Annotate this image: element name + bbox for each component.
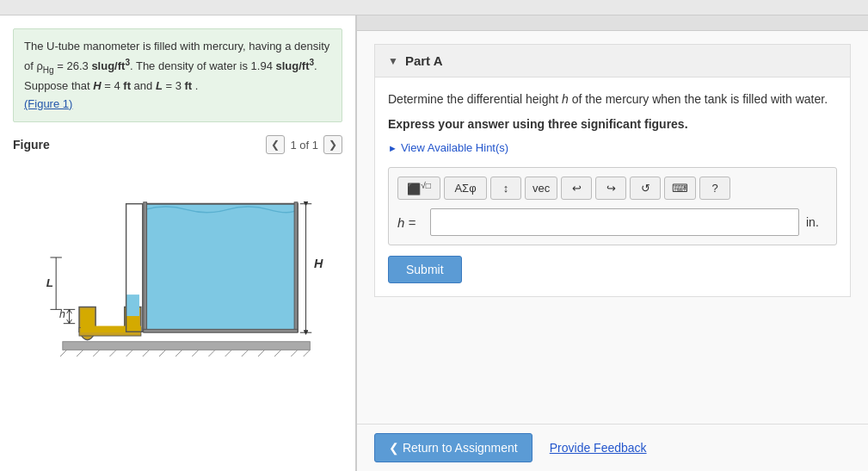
matrix-button[interactable]: ⬛√□ bbox=[397, 177, 440, 200]
redo-button[interactable]: ↪ bbox=[595, 177, 626, 200]
unit-label: in. bbox=[806, 215, 828, 229]
provide-feedback-button[interactable]: Provide Feedback bbox=[550, 441, 647, 455]
hint-arrow-icon: ► bbox=[388, 143, 397, 153]
svg-rect-2 bbox=[143, 202, 146, 332]
figure-container: H L h bbox=[4, 158, 351, 471]
right-content: ▼ Part A Determine the differential heig… bbox=[357, 31, 868, 424]
part-a-body: Determine the differential height h of t… bbox=[375, 77, 850, 296]
left-panel: The U-tube manometer is filled with merc… bbox=[0, 15, 357, 471]
help-icon: ? bbox=[712, 182, 718, 195]
undo-icon: ↩ bbox=[572, 182, 582, 195]
vec-button[interactable]: vec bbox=[525, 177, 557, 200]
part-a-title: Part A bbox=[405, 53, 443, 68]
figure-nav: ❮ 1 of 1 ❯ bbox=[266, 135, 342, 154]
part-section-a: ▼ Part A Determine the differential heig… bbox=[374, 44, 851, 297]
vec-label: vec bbox=[532, 182, 550, 195]
problem-text: The U-tube manometer is filled with merc… bbox=[13, 28, 342, 122]
figure-image: H L h bbox=[32, 158, 324, 356]
main-content: The U-tube manometer is filled with merc… bbox=[0, 15, 868, 471]
matrix-icon: ⬛√□ bbox=[407, 181, 431, 195]
right-top-bar bbox=[357, 15, 868, 31]
refresh-button[interactable]: ↺ bbox=[630, 177, 661, 200]
svg-rect-1 bbox=[145, 204, 297, 332]
manometer-drawing: H L h bbox=[32, 158, 324, 356]
arrows-button[interactable]: ↕ bbox=[490, 177, 521, 200]
help-button[interactable]: ? bbox=[699, 177, 730, 200]
keyboard-button[interactable]: ⌨ bbox=[664, 177, 696, 200]
return-to-assignment-button[interactable]: ❮ Return to Assignment bbox=[374, 433, 532, 462]
figure-header: Figure ❮ 1 of 1 ❯ bbox=[4, 131, 351, 158]
top-bar bbox=[0, 0, 868, 15]
refresh-icon: ↺ bbox=[641, 182, 650, 195]
svg-rect-3 bbox=[294, 202, 298, 332]
figure-link[interactable]: (Figure 1) bbox=[24, 97, 72, 110]
answer-input[interactable] bbox=[430, 208, 799, 236]
bottom-bar: ❮ Return to Assignment Provide Feedback bbox=[357, 424, 868, 471]
symbols-button[interactable]: ΑΣφ bbox=[444, 177, 487, 200]
figure-title: Figure bbox=[13, 138, 50, 152]
submit-button[interactable]: Submit bbox=[388, 256, 462, 283]
keyboard-icon: ⌨ bbox=[672, 182, 688, 195]
next-figure-button[interactable]: ❯ bbox=[323, 135, 342, 154]
figure-section: Figure ❮ 1 of 1 ❯ bbox=[0, 131, 355, 471]
hint-text: View Available Hint(s) bbox=[401, 141, 508, 154]
svg-rect-11 bbox=[126, 294, 139, 316]
page-indicator: 1 of 1 bbox=[290, 139, 318, 152]
part-instruction: Express your answer using three signific… bbox=[388, 117, 837, 131]
svg-rect-29 bbox=[62, 342, 310, 350]
redo-icon: ↪ bbox=[606, 182, 616, 195]
symbols-icon: ΑΣφ bbox=[454, 182, 476, 195]
part-description: Determine the differential height h of t… bbox=[388, 90, 837, 108]
hint-link[interactable]: ► View Available Hint(s) bbox=[388, 141, 837, 154]
var-label: h = bbox=[397, 215, 423, 230]
arrows-icon: ↕ bbox=[503, 182, 509, 195]
svg-text:h: h bbox=[59, 308, 65, 320]
svg-text:H: H bbox=[314, 257, 323, 271]
part-arrow-icon: ▼ bbox=[388, 55, 398, 67]
right-panel: ▼ Part A Determine the differential heig… bbox=[357, 15, 868, 471]
input-row: h = in. bbox=[397, 208, 828, 236]
svg-text:L: L bbox=[46, 276, 52, 289]
svg-rect-4 bbox=[143, 330, 297, 333]
prev-figure-button[interactable]: ❮ bbox=[266, 135, 285, 154]
undo-button[interactable]: ↩ bbox=[561, 177, 592, 200]
part-a-header[interactable]: ▼ Part A bbox=[375, 45, 850, 77]
answer-box: ⬛√□ ΑΣφ ↕ vec ↩ bbox=[388, 167, 837, 245]
toolbar: ⬛√□ ΑΣφ ↕ vec ↩ bbox=[397, 177, 828, 200]
